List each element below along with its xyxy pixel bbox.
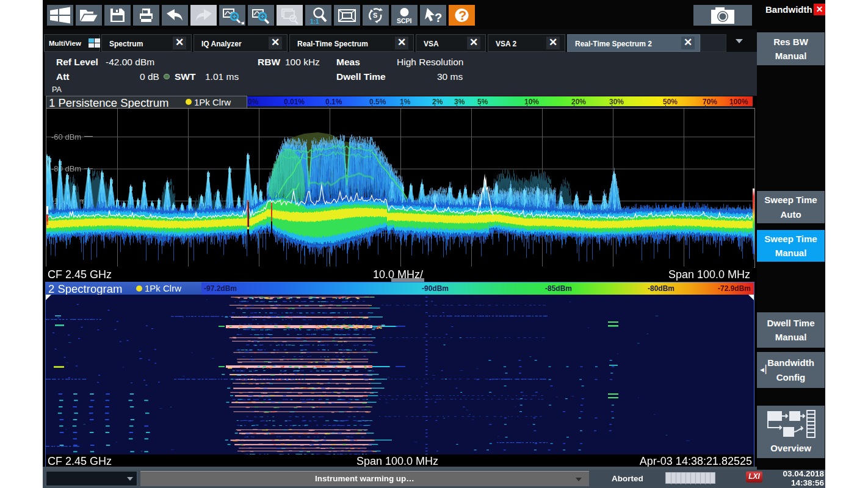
svg-text:SCPI: SCPI <box>397 17 412 24</box>
svg-text:1:1: 1:1 <box>310 18 319 25</box>
svg-text:S: S <box>373 12 377 19</box>
svg-text:?: ? <box>458 8 466 23</box>
svg-text:?: ? <box>435 11 442 24</box>
